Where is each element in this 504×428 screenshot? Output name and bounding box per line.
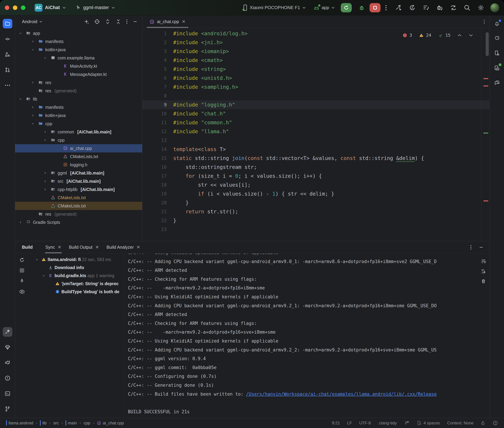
event-log-button[interactable] bbox=[493, 420, 498, 426]
user-avatar[interactable] bbox=[490, 3, 499, 12]
tree-item-cmakelists-txt[interactable]: CMakeLists.txt bbox=[15, 194, 142, 202]
gradle-tool-button[interactable] bbox=[492, 33, 502, 43]
kebab-menu-icon[interactable] bbox=[126, 19, 128, 25]
sync-tree-item[interactable]: 'jvmTarget: String' is deprec bbox=[29, 280, 123, 288]
problems-tool-button[interactable] bbox=[3, 373, 12, 383]
apply-changes-button[interactable]: A bbox=[409, 4, 416, 11]
build-console[interactable]: C/C++: -- Using KleidiAI optimized kerne… bbox=[123, 254, 490, 418]
chevron-down-icon[interactable] bbox=[18, 31, 24, 35]
breadcrumb-item-main[interactable]: main bbox=[66, 421, 77, 425]
line-number[interactable]: 20 bbox=[142, 198, 167, 207]
code-line-7[interactable]: 7#include <sampling.h> bbox=[142, 82, 490, 91]
code-line-9[interactable]: 9#include "logging.h" bbox=[142, 100, 490, 109]
chevron-down-icon[interactable] bbox=[42, 274, 47, 278]
indent-config-button[interactable]: 4 spaces bbox=[417, 420, 440, 426]
tree-item-ggml[interactable]: ggml [AiChat.lib.main] bbox=[15, 169, 142, 177]
code-area[interactable]: 1#include <android/log.h>2#include <jni.… bbox=[142, 28, 490, 241]
tree-item-cpp[interactable]: cpp bbox=[15, 120, 142, 128]
more-tool-windows-button[interactable] bbox=[3, 81, 12, 90]
app-quality-insights-tool-button[interactable] bbox=[3, 343, 12, 352]
line-number[interactable]: 21 bbox=[142, 207, 167, 216]
tree-item-cmakelists-txt[interactable]: CMakeLists.txt bbox=[15, 152, 142, 161]
line-number[interactable]: 18 bbox=[142, 181, 167, 189]
terminal-tool-button[interactable] bbox=[3, 389, 12, 398]
breadcrumb-item-llama-android[interactable]: llama.android bbox=[6, 421, 33, 425]
build-tool-button[interactable] bbox=[3, 327, 12, 337]
running-devices-tool-button[interactable] bbox=[492, 63, 502, 73]
line-number[interactable]: 22 bbox=[142, 216, 167, 225]
tree-item-cpp-httplib[interactable]: cpp-httplib [AiChat.lib.main] bbox=[15, 185, 142, 194]
chevron-right-icon[interactable] bbox=[31, 40, 36, 43]
minimize-window-button[interactable] bbox=[13, 6, 17, 10]
chevron-right-icon[interactable] bbox=[31, 81, 36, 84]
code-line-19[interactable]: 19 if (i < values.size() - 1) { str << d… bbox=[142, 189, 490, 198]
collapse-all-icon[interactable] bbox=[115, 19, 121, 25]
chevron-right-icon[interactable] bbox=[43, 171, 48, 175]
readonly-toggle-button[interactable] bbox=[481, 420, 486, 426]
line-number[interactable]: 23 bbox=[142, 225, 167, 234]
code-line-14[interactable]: 14template<class T> bbox=[142, 145, 490, 154]
tree-item-logging-h[interactable]: logging.h bbox=[15, 161, 142, 169]
ai-context-status[interactable]: Context: None bbox=[447, 421, 473, 425]
code-line-17[interactable]: 17 for (size_t i = 0; i < values.size();… bbox=[142, 172, 490, 181]
chevron-down-icon[interactable] bbox=[18, 97, 24, 101]
close-tab-icon[interactable]: ✕ bbox=[182, 19, 186, 24]
code-line-16[interactable]: 16 std::ostringstream str; bbox=[142, 163, 490, 172]
line-number[interactable]: 8 bbox=[142, 91, 167, 100]
inspections-widget[interactable]: 3 24 15 bbox=[403, 31, 473, 40]
clang-tidy-status[interactable]: .clang-tidy bbox=[378, 421, 397, 425]
search-everywhere-button[interactable] bbox=[463, 4, 471, 11]
line-number[interactable]: 17 bbox=[142, 172, 167, 181]
tree-item-com-example-llama[interactable]: com.example.llama bbox=[15, 54, 142, 62]
close-tab-icon[interactable]: ✕ bbox=[95, 245, 99, 250]
chevron-down-icon[interactable] bbox=[43, 138, 48, 142]
line-number[interactable]: 2 bbox=[142, 38, 167, 47]
rerun-button[interactable] bbox=[341, 3, 352, 12]
tree-item-res[interactable]: res (generated) bbox=[15, 210, 142, 218]
prev-problem-icon[interactable] bbox=[457, 34, 462, 37]
add-icon[interactable] bbox=[84, 19, 89, 25]
tree-item-res[interactable]: res bbox=[15, 78, 142, 87]
chevron-down-icon[interactable] bbox=[31, 48, 36, 51]
zoom-window-button[interactable] bbox=[21, 6, 25, 10]
tree-item-manifests[interactable]: manifests bbox=[15, 103, 142, 111]
pin-icon[interactable] bbox=[19, 278, 25, 284]
gemini-tool-button[interactable] bbox=[492, 78, 502, 87]
file-encoding[interactable]: UTF-8 bbox=[359, 421, 371, 425]
line-number[interactable]: 7 bbox=[142, 82, 167, 91]
sync-tree-item[interactable]: BuildType 'debug' is both de bbox=[29, 288, 123, 296]
scroll-to-end-icon[interactable] bbox=[481, 269, 486, 274]
line-separator[interactable]: LF bbox=[347, 421, 352, 425]
attach-debugger-button[interactable] bbox=[436, 4, 443, 11]
highlighting-level-button[interactable] bbox=[404, 420, 410, 426]
debug-button[interactable] bbox=[356, 3, 367, 12]
sync-tree-item[interactable]: build.gradle.kts app 1 warning bbox=[29, 272, 123, 280]
tab-build-analyzer[interactable]: Build Analyzer ✕ bbox=[103, 241, 144, 253]
device-manager-tool-button[interactable] bbox=[492, 48, 502, 58]
tree-item-mainactivity-kt[interactable]: MainActivity.kt bbox=[15, 62, 142, 70]
build-project-button[interactable] bbox=[395, 4, 402, 11]
line-number[interactable]: 6 bbox=[142, 74, 167, 82]
line-number[interactable]: 3 bbox=[142, 47, 167, 56]
build-output-path-link[interactable]: /Users/hanyin/Workspace/ai-chat/examples… bbox=[246, 392, 437, 397]
settings-button[interactable] bbox=[477, 4, 485, 11]
error-stripe-mark[interactable] bbox=[483, 85, 488, 86]
line-number[interactable]: 10 bbox=[142, 109, 167, 118]
line-number[interactable]: 16 bbox=[142, 163, 167, 172]
chevron-right-icon[interactable] bbox=[18, 220, 24, 224]
line-number[interactable]: 14 bbox=[142, 145, 167, 154]
tree-item-kotlin-java[interactable]: kotlin+java bbox=[15, 111, 142, 120]
code-line-3[interactable]: 3#include <iomanip> bbox=[142, 47, 490, 56]
line-number[interactable]: 19 bbox=[142, 189, 167, 198]
code-line-6[interactable]: 6#include <unistd.h> bbox=[142, 74, 490, 82]
line-number[interactable]: 9 bbox=[142, 100, 167, 109]
chevron-down-icon[interactable] bbox=[43, 56, 48, 60]
project-view-selector[interactable]: Android bbox=[22, 19, 37, 24]
tree-item-messageadapter-kt[interactable]: MessageAdapter.kt bbox=[15, 70, 142, 78]
code-line-11[interactable]: 11#include "common.h" bbox=[142, 118, 490, 127]
locate-file-icon[interactable] bbox=[94, 19, 100, 25]
device-selector[interactable]: Xiaomi POCOPHONE F1 bbox=[243, 4, 306, 11]
code-line-23[interactable]: 23 bbox=[142, 225, 490, 234]
code-line-20[interactable]: 20 } bbox=[142, 198, 490, 207]
close-window-button[interactable] bbox=[5, 6, 9, 10]
